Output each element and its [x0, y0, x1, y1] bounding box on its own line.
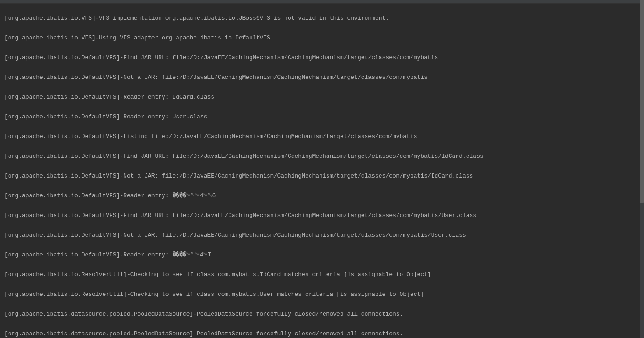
log-line: [org.apache.ibatis.io.DefaultVFS]-Reader…	[4, 191, 640, 201]
vertical-scrollbar-thumb[interactable]	[640, 0, 644, 203]
log-line: [org.apache.ibatis.io.DefaultVFS]-Find J…	[4, 53, 640, 63]
log-line: [org.apache.ibatis.io.ResolverUtil]-Chec…	[4, 270, 640, 280]
log-line: [org.apache.ibatis.io.VFS]-Using VFS ada…	[4, 33, 640, 43]
log-line: [org.apache.ibatis.datasource.pooled.Poo…	[4, 309, 640, 319]
log-line: [org.apache.ibatis.io.DefaultVFS]-Not a …	[4, 230, 640, 240]
log-line: [org.apache.ibatis.io.DefaultVFS]-Reader…	[4, 250, 640, 260]
console-output[interactable]: [org.apache.ibatis.io.VFS]-VFS implement…	[0, 4, 644, 338]
log-line: [org.apache.ibatis.io.DefaultVFS]-Find J…	[4, 152, 640, 161]
log-line: [org.apache.ibatis.io.ResolverUtil]-Chec…	[4, 290, 640, 299]
log-line: [org.apache.ibatis.io.VFS]-VFS implement…	[4, 13, 640, 23]
log-line: [org.apache.ibatis.io.DefaultVFS]-Not a …	[4, 171, 640, 181]
log-line: [org.apache.ibatis.io.DefaultVFS]-Find J…	[4, 211, 640, 221]
console-top-border	[0, 0, 644, 4]
log-line: [org.apache.ibatis.io.DefaultVFS]-Reader…	[4, 92, 640, 102]
log-line: [org.apache.ibatis.io.DefaultVFS]-Reader…	[4, 112, 640, 122]
log-line: [org.apache.ibatis.io.DefaultVFS]-Listin…	[4, 132, 640, 142]
vertical-scrollbar-track[interactable]	[640, 0, 644, 338]
log-line: [org.apache.ibatis.datasource.pooled.Poo…	[4, 329, 640, 338]
log-line: [org.apache.ibatis.io.DefaultVFS]-Not a …	[4, 73, 640, 82]
